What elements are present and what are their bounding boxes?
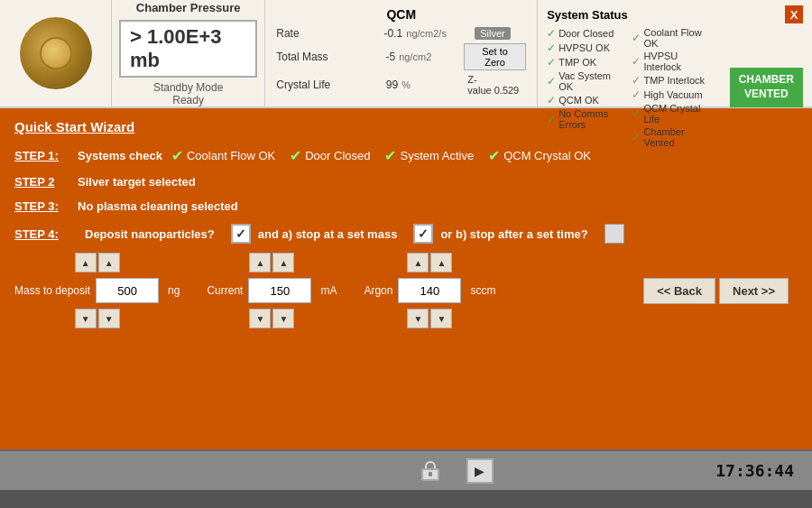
system-status-section: System Status X ✓ Door Closed ✓ HVPSU OK…: [538, 0, 812, 106]
status-label-qcm: QCM OK: [558, 95, 599, 106]
check-icon-10: ✓: [632, 88, 641, 101]
next-button[interactable]: Next >>: [719, 278, 789, 304]
current-up-small-button[interactable]: ▲: [272, 253, 294, 272]
mass-up-large-button[interactable]: ▲: [75, 253, 97, 272]
close-button[interactable]: X: [785, 5, 803, 23]
silver-badge: Silver: [475, 27, 511, 40]
app-logo: [20, 17, 92, 89]
check-icon-11: ✓: [632, 107, 641, 120]
check-icon-qcm-crystal: ✔: [488, 147, 500, 164]
check-icon-4: ✓: [547, 75, 556, 88]
step2-desc: Silver target selected: [78, 175, 196, 189]
main-area: Quick Start Wizard STEP 1: Systems check…: [0, 108, 812, 449]
check-coolant-label: Coolant Flow OK: [187, 149, 275, 162]
status-tmp: ✓ TMP OK: [547, 56, 626, 69]
qcm-mass-value: -5: [345, 51, 396, 63]
set-time-checkbox[interactable]: [604, 224, 624, 244]
current-input[interactable]: [248, 278, 311, 303]
status-label-door: Door Closed: [558, 28, 614, 39]
status-label-chamber-vented: Chamber Vented: [643, 126, 711, 148]
argon-down-large-button[interactable]: ▼: [407, 309, 429, 328]
status-comms: ✓ No Comms Errors: [547, 108, 626, 130]
step4-label: STEP 4:: [14, 227, 78, 241]
standby-mode: Standby Mode: [153, 81, 223, 94]
mass-down-large-button[interactable]: ▼: [75, 309, 97, 328]
check-active-label: System Active: [400, 149, 474, 162]
set-mass-check-icon: ✓: [418, 226, 429, 241]
ready-status: Ready: [172, 94, 204, 106]
chamber-vented-button[interactable]: CHAMBER VENTED: [730, 68, 803, 106]
check-icon-7: ✓: [632, 32, 641, 44]
status-label-hvpsu-interlock: HVPSU Interlock: [643, 51, 711, 72]
logo-section: [0, 0, 111, 106]
mass-input[interactable]: [96, 278, 159, 303]
mass-down-small-button[interactable]: ▼: [98, 309, 120, 328]
status-high-vacuum: ✓ High Vacuum: [632, 88, 711, 101]
check-icon-6: ✓: [547, 113, 556, 125]
z-value: Z-value 0.529: [467, 74, 526, 96]
current-up-large-button[interactable]: ▲: [249, 253, 271, 272]
controls-row: ▲ ▲ Mass to deposit ng ▼ ▼ ▲ ▲ Current: [14, 253, 798, 328]
check-qcm-crystal: ✔ QCM Crystal OK: [488, 147, 591, 164]
current-down-large-button[interactable]: ▼: [249, 309, 271, 328]
argon-down-small-button[interactable]: ▼: [430, 309, 452, 328]
bottom-center: ▶: [421, 458, 494, 484]
status-label-tmp: TMP OK: [558, 57, 596, 68]
step4-desc: Deposit nanoparticles?: [85, 227, 215, 241]
argon-up-small-button[interactable]: ▲: [430, 253, 452, 272]
step1-desc: Systems check: [78, 149, 162, 162]
current-unit: mA: [320, 284, 337, 297]
chamber-pressure-section: Chamber Pressure > 1.00E+3 mb Standby Mo…: [111, 0, 265, 106]
status-vac: ✓ Vac System OK: [547, 70, 626, 92]
check-icon-3: ✓: [547, 56, 556, 69]
status-tmp-interlock: ✓ TMP Interlock: [632, 74, 711, 87]
lock-icon[interactable]: [421, 461, 439, 481]
qcm-rate-unit: ng/cm2/s: [402, 28, 475, 39]
current-label: Current: [207, 284, 243, 297]
mass-up-small-button[interactable]: ▲: [98, 253, 120, 272]
qcm-rate-row: Rate -0.1 ng/cm2/s Silver: [276, 27, 526, 40]
set-to-zero-button[interactable]: Set to Zero: [464, 43, 526, 70]
set-mass-checkbox[interactable]: ✓: [413, 224, 433, 244]
back-button[interactable]: << Back: [643, 278, 715, 304]
status-hvpsu: ✓ HVPSU OK: [547, 42, 626, 54]
lock-shackle: [425, 461, 436, 468]
mass-unit: ng: [168, 284, 180, 297]
status-col-2: ✓ Coolant Flow OK ✓ HVPSU Interlock ✓ TM…: [632, 27, 711, 148]
status-hvpsu-interlock: ✓ HVPSU Interlock: [632, 51, 711, 72]
step3-label: STEP 3:: [14, 199, 78, 213]
qcm-mass-row: Total Mass -5 ng/cm2 Set to Zero: [276, 43, 526, 70]
status-label-qcm-crystal: QCM Crystal Life: [643, 103, 711, 125]
check-door: ✔ Door Closed: [290, 147, 370, 164]
deposit-checkbox[interactable]: ✓: [231, 224, 251, 244]
argon-up-large-button[interactable]: ▲: [407, 253, 429, 272]
chamber-pressure-title: Chamber Pressure: [136, 1, 241, 14]
check-system-active: ✔ System Active: [384, 147, 474, 164]
check-icon-coolant: ✔: [171, 147, 183, 164]
check-icon-9: ✓: [632, 74, 641, 87]
step3-desc: No plasma cleaning selected: [78, 199, 238, 213]
step1-label: STEP 1:: [14, 149, 78, 162]
argon-unit: sccm: [470, 284, 495, 297]
current-down-small-button[interactable]: ▼: [272, 309, 294, 328]
top-bar: Chamber Pressure > 1.00E+3 mb Standby Mo…: [0, 0, 812, 108]
step2-label: STEP 2: [14, 175, 78, 189]
argon-input[interactable]: [398, 278, 461, 303]
status-content: ✓ Door Closed ✓ HVPSU OK ✓ TMP OK ✓ Vac …: [547, 27, 803, 148]
qcm-crystal-value: 99: [346, 79, 398, 91]
qcm-crystal-row: Crystal Life 99 % Z-value 0.529: [276, 74, 526, 96]
step4-or-b: or b) stop after a set time?: [440, 227, 587, 241]
qcm-crystal-label: Crystal Life: [276, 79, 346, 91]
argon-label: Argon: [364, 284, 392, 297]
check-icon-active: ✔: [384, 147, 396, 164]
pressure-value: > 1.00E+3 mb: [119, 20, 257, 78]
play-button[interactable]: ▶: [466, 458, 494, 484]
qcm-mass-label: Total Mass: [276, 51, 344, 63]
system-status-header: System Status X: [547, 5, 803, 23]
bottom-bar: ▶ 17:36:44: [0, 449, 812, 490]
step1-row: STEP 1: Systems check ✔ Coolant Flow OK …: [14, 147, 798, 164]
check-icon-2: ✓: [547, 42, 556, 54]
status-label-hvpsu: HVPSU OK: [558, 42, 610, 53]
deposit-check-icon: ✓: [235, 226, 246, 241]
status-door-closed: ✓ Door Closed: [547, 27, 626, 40]
